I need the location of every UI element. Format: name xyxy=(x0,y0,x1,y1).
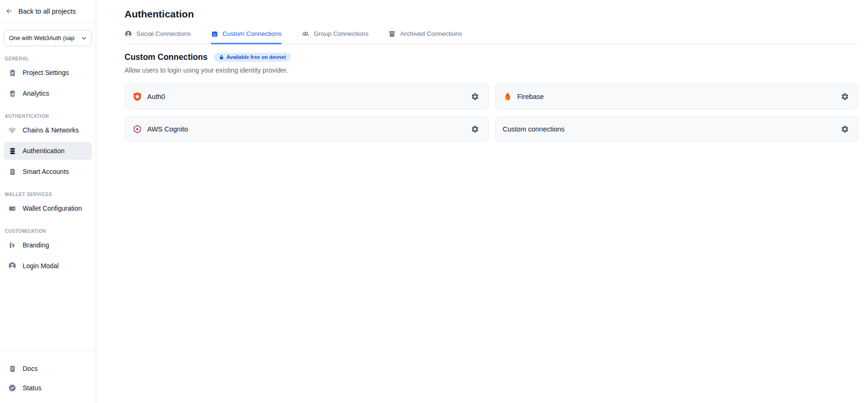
database-icon xyxy=(8,147,17,155)
sidebar-item-project-settings[interactable]: Project Settings xyxy=(4,64,92,82)
card-left: Custom connections xyxy=(503,125,565,133)
auth0-logo xyxy=(133,92,142,101)
sidebar-section-customization: CUSTOMIZATION xyxy=(0,219,96,235)
gear-icon xyxy=(841,125,849,133)
wallet-icon xyxy=(8,204,17,213)
tab-archived-connections[interactable]: Archived Connections xyxy=(388,30,462,44)
chevron-down-icon xyxy=(81,35,87,41)
sidebar-item-status[interactable]: Status xyxy=(4,379,92,397)
gear-icon xyxy=(471,125,479,133)
settings-button[interactable] xyxy=(838,123,851,136)
sidebar-item-branding[interactable]: Branding xyxy=(4,236,92,254)
tab-label: Custom Connections xyxy=(223,30,282,37)
analytics-doc-icon xyxy=(8,89,17,98)
document-icon xyxy=(8,167,17,176)
card-left: Firebase xyxy=(503,92,544,101)
person-circle-icon xyxy=(125,30,132,38)
section-header: Custom Connections Available free on dev… xyxy=(125,52,859,62)
sidebar-item-chains-networks[interactable]: Chains & Networks xyxy=(4,121,92,139)
lock-icon xyxy=(219,55,224,60)
page-title: Authentication xyxy=(125,8,859,20)
badge-icon xyxy=(211,30,218,38)
settings-button[interactable] xyxy=(838,90,851,103)
back-to-projects-label: Back to all projects xyxy=(18,8,76,15)
sidebar-item-docs[interactable]: Docs xyxy=(4,360,92,378)
tab-label: Archived Connections xyxy=(400,30,462,37)
sidebar: Back to all projects One with Web3Auth (… xyxy=(0,0,96,403)
sidebar-item-label: Chains & Networks xyxy=(23,126,79,134)
sidebar-section-general: GENERAL xyxy=(0,46,96,62)
card-label: AWS Cognito xyxy=(147,125,188,133)
sidebar-item-authentication[interactable]: Authentication xyxy=(4,142,92,160)
devnet-badge-label: Available free on devnet xyxy=(226,55,286,60)
sidebar-section-wallet-services: WALLET SERVICES xyxy=(0,182,96,198)
tab-group-connections[interactable]: Group Connections xyxy=(301,30,368,44)
connection-card-custom[interactable]: Custom connections xyxy=(495,116,859,142)
section-description: Allow users to login using your existing… xyxy=(125,66,859,74)
devnet-badge: Available free on devnet xyxy=(214,53,291,62)
archive-icon xyxy=(388,30,396,38)
card-label: Custom connections xyxy=(503,125,565,133)
sidebar-item-label: Smart Accounts xyxy=(23,168,69,175)
clipboard-icon xyxy=(8,68,17,77)
sidebar-item-smart-accounts[interactable]: Smart Accounts xyxy=(4,163,92,181)
back-to-projects-link[interactable]: Back to all projects xyxy=(0,0,96,23)
sidebar-item-wallet-configuration[interactable]: Wallet Configuration xyxy=(4,199,92,217)
connection-card-auth0[interactable]: Auth0 xyxy=(125,83,489,109)
check-circle-icon xyxy=(8,384,17,392)
firebase-logo xyxy=(503,92,512,101)
main-content: Authentication Social Connections xyxy=(96,0,868,403)
wifi-icon xyxy=(8,126,17,134)
sidebar-item-label: Authentication xyxy=(23,147,65,155)
card-left: Auth0 xyxy=(133,92,165,101)
sidebar-footer: Docs Status xyxy=(0,350,96,403)
settings-button[interactable] xyxy=(468,123,482,136)
document-icon xyxy=(8,364,17,373)
gear-icon xyxy=(471,92,479,101)
settings-button[interactable] xyxy=(468,90,482,103)
card-left: AWS Cognito xyxy=(133,124,188,134)
project-selector-value: One with Web3Auth (sap xyxy=(9,35,75,41)
tab-social-connections[interactable]: Social Connections xyxy=(125,30,191,44)
sidebar-item-label: Docs xyxy=(23,365,38,372)
connection-cards: Auth0 Firebase xyxy=(125,83,859,142)
tab-label: Social Connections xyxy=(136,30,191,37)
sidebar-item-label: Project Settings xyxy=(23,69,69,76)
section-heading: Custom Connections xyxy=(125,52,208,62)
connection-card-firebase[interactable]: Firebase xyxy=(495,83,859,109)
paint-icon xyxy=(8,241,17,249)
card-label: Firebase xyxy=(517,93,544,100)
project-selector[interactable]: One with Web3Auth (sap xyxy=(4,30,92,46)
sidebar-section-authentication: AUTHENTICATION xyxy=(0,104,96,120)
gear-icon xyxy=(841,92,849,101)
tab-custom-connections[interactable]: Custom Connections xyxy=(211,30,282,44)
sidebar-item-label: Analytics xyxy=(23,90,49,97)
sidebar-item-login-modal[interactable]: Login Modal xyxy=(4,257,92,275)
sidebar-item-analytics[interactable]: Analytics xyxy=(4,84,92,102)
tab-label: Group Connections xyxy=(314,30,368,37)
web3auth-dashboard: Back to all projects One with Web3Auth (… xyxy=(0,0,868,403)
aws-cognito-logo xyxy=(133,124,142,134)
tab-bar: Social Connections Custom Connections xyxy=(125,30,859,44)
card-label: Auth0 xyxy=(147,93,165,100)
sidebar-item-label: Branding xyxy=(23,241,49,249)
sidebar-item-label: Status xyxy=(23,384,42,392)
sidebar-item-label: Wallet Configuration xyxy=(23,205,82,212)
arrow-left-icon xyxy=(5,7,13,15)
person-circle-icon xyxy=(8,262,17,270)
group-icon xyxy=(301,30,309,38)
connection-card-aws-cognito[interactable]: AWS Cognito xyxy=(125,116,489,142)
sidebar-item-label: Login Modal xyxy=(23,262,58,270)
